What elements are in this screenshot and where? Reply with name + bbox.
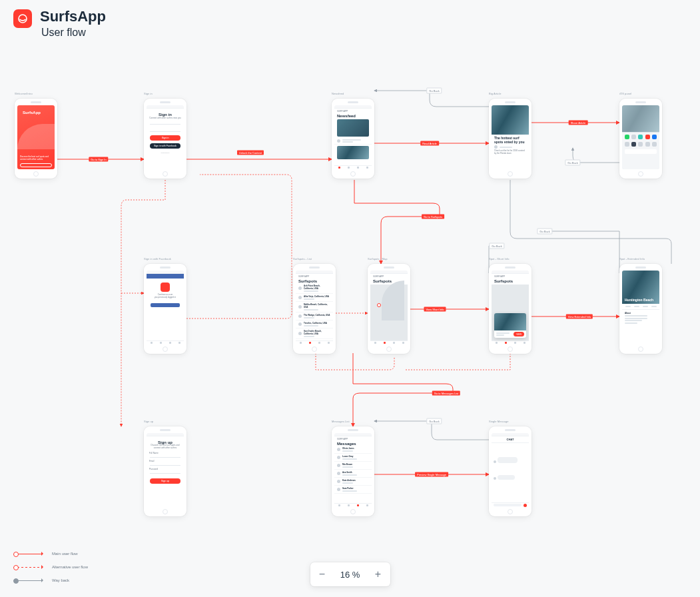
- screen-share[interactable]: iOS panel: [619, 99, 662, 179]
- share-icon[interactable]: [631, 142, 636, 147]
- share-icon[interactable]: [625, 135, 629, 139]
- label-unlock: Unlock the Content: [237, 151, 264, 155]
- caption: Single Message: [489, 420, 509, 423]
- spot-row[interactable]: The Wedge, California, USA: [296, 312, 333, 320]
- zoom-value: 16 %: [332, 570, 369, 580]
- label-read-article: Read Article: [420, 141, 439, 146]
- caption: Surfspots - Map: [368, 257, 387, 261]
- screen-fb-signin[interactable]: Sign in with Facebook Continue as useryo…: [144, 264, 186, 354]
- caption: iOS panel: [619, 92, 631, 95]
- caption: Sign up: [144, 420, 153, 423]
- caption: Sign in: [144, 92, 153, 95]
- message-row[interactable]: Lucas Gray: [334, 454, 372, 462]
- screen-messages[interactable]: Messages List SURFSAPP Messages Olivia J…: [332, 426, 374, 516]
- flow-canvas[interactable]: Go to Sign In Unlock the Content Read Ar…: [0, 0, 700, 597]
- share-icon[interactable]: [652, 135, 657, 139]
- welcome-title: SurfsApp: [20, 109, 52, 115]
- caption: Newsfeed: [332, 92, 344, 95]
- screen-signin[interactable]: Sign in Sign in Connect with other surfe…: [144, 99, 186, 179]
- share-icon[interactable]: [638, 135, 643, 139]
- label-view-short: View Short Info: [424, 307, 446, 312]
- message-row[interactable]: Mia Brown: [334, 462, 372, 470]
- label-go-back-1: Go Back: [426, 88, 442, 94]
- screen-spot-extended[interactable]: Spot - Extended Info Huntington Beach Ab…: [619, 264, 662, 354]
- send-icon[interactable]: [524, 504, 527, 507]
- label-go-messages: Go to Messages List: [432, 391, 460, 396]
- message-row[interactable]: Ava Smith: [334, 470, 372, 478]
- caption: Welcome/Intro: [15, 92, 33, 95]
- label-view-ext: View Extended Info: [566, 314, 593, 319]
- label-go-back-3: Go Back: [489, 243, 504, 249]
- caption: Messages List: [332, 420, 350, 423]
- spot-row[interactable]: San Onofre Beach, California, USA: [296, 328, 333, 339]
- signin-title: Sign in: [147, 109, 184, 117]
- caption: Spot - Short Info: [489, 257, 510, 261]
- message-row[interactable]: Olivia Jones: [334, 446, 372, 454]
- label-go-back-5: Go Back: [426, 418, 442, 424]
- legend-main-swatch: [13, 554, 43, 554]
- zoom-control: − 16 % +: [310, 562, 390, 586]
- caption: Spot - Extended Info: [619, 257, 645, 261]
- screen-welcome[interactable]: Welcome/Intro SurfsApp Discover the best…: [15, 99, 57, 179]
- label-go-surfspots: Go to Surfspots: [422, 215, 444, 219]
- share-icon[interactable]: [645, 142, 650, 147]
- article-sub: Check out the list for 2018 curated by t…: [492, 150, 529, 155]
- spots-title: Surfspots: [296, 278, 333, 283]
- spot-row[interactable]: Ash Point Beach, California, USA: [296, 283, 333, 294]
- screen-signup[interactable]: Sign up Sign up Discover the best surf s…: [144, 426, 186, 516]
- newsfeed-title: Newsfeed: [334, 113, 372, 118]
- screen-surfspots-list[interactable]: Surfspots - List SURFSAPP Surfspots Ash …: [293, 264, 336, 354]
- legend-main-label: Main user flow: [52, 552, 78, 556]
- label-go-signin: Go to Sign In: [89, 157, 108, 162]
- screen-newsfeed[interactable]: Newsfeed SURFSAPP Newsfeed: [332, 99, 374, 179]
- legend-back-swatch: [13, 580, 43, 581]
- screen-surfspots-map[interactable]: Surfspots - Map SURFSAPP Surfspots: [368, 264, 410, 354]
- zoom-out-button[interactable]: −: [313, 566, 332, 582]
- spot-row[interactable]: Malibu Beach, California, USA: [296, 302, 333, 312]
- caption: Sign in with Facebook: [144, 257, 171, 261]
- signin-tagline: Connect with other surfers near you: [147, 117, 184, 119]
- legend: Main user flow Alternative user flow Way…: [13, 552, 88, 582]
- spot-ext-title: Huntington Beach: [625, 298, 653, 302]
- zoom-in-button[interactable]: +: [369, 566, 388, 582]
- share-icon[interactable]: [638, 142, 643, 147]
- legend-back-label: Way back: [52, 578, 69, 582]
- signin-btn[interactable]: Sign in: [150, 135, 180, 141]
- label-go-back-2: Go Back: [565, 160, 580, 166]
- share-icon[interactable]: [625, 142, 629, 147]
- screen-chat[interactable]: Single Message CHAT: [489, 426, 531, 516]
- label-go-back-4: Go Back: [537, 229, 552, 235]
- signup-btn[interactable]: Sign up: [150, 478, 180, 484]
- article-title: The hottest surf spots voted by you: [492, 135, 529, 144]
- map-pin-icon[interactable]: [377, 303, 381, 307]
- message-row[interactable]: Kate Andrews: [334, 478, 372, 486]
- signin-fb-btn[interactable]: Sign in with Facebook: [150, 143, 180, 149]
- label-preview-msg: Preview Single Message: [415, 472, 448, 477]
- welcome-tagline: Discover the best surf spots and connect…: [20, 156, 52, 161]
- legend-alt-label: Alternative user flow: [52, 565, 88, 569]
- screen-article[interactable]: Big Article The hottest surf spots voted…: [489, 99, 531, 179]
- share-icon[interactable]: [645, 135, 650, 139]
- share-icon[interactable]: [631, 135, 636, 139]
- view-btn[interactable]: VIEW: [514, 332, 524, 336]
- message-row[interactable]: Sara Parker: [334, 486, 372, 494]
- spot-row[interactable]: Trestles, California, USA: [296, 320, 333, 328]
- label-share-article: Share Article: [569, 121, 588, 125]
- caption: Surfspots - List: [293, 257, 312, 261]
- spot-row[interactable]: Alita Viejo, California, USA: [296, 294, 333, 302]
- screen-spot-short[interactable]: Spot - Short Info SURFSAPP Surfspots VIE…: [489, 264, 531, 354]
- legend-alt-swatch: [13, 567, 43, 568]
- share-icon[interactable]: [652, 142, 657, 147]
- caption: Big Article: [489, 92, 502, 95]
